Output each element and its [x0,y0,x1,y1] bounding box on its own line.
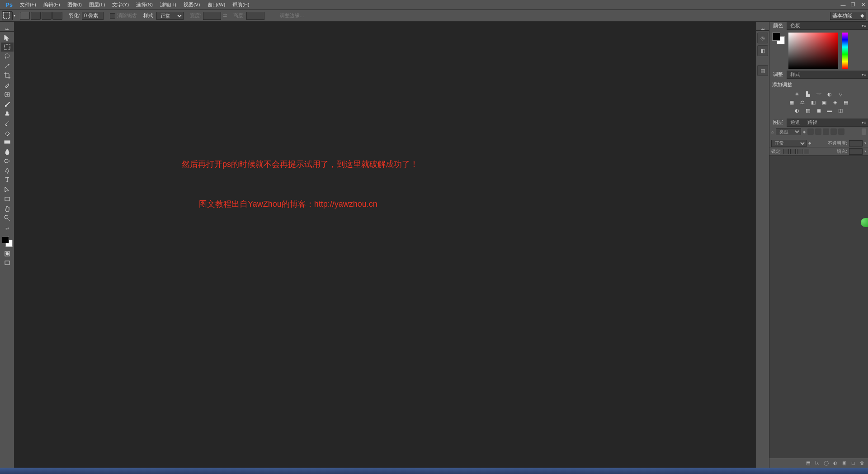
exposure-icon[interactable]: ◐ [826,91,834,97]
dock-expand-icon[interactable]: ◂◂ [756,27,769,31]
magic-wand-tool[interactable] [1,62,14,71]
hand-tool[interactable] [1,204,14,213]
adjustment-layer-icon[interactable]: ◐ [832,460,838,466]
brightness-icon[interactable]: ☀ [793,91,801,97]
swatches-tab[interactable]: 色板 [787,22,804,30]
channels-tab[interactable]: 通道 [787,118,804,127]
filter-shape-icon[interactable] [830,128,837,135]
panel-menu-icon[interactable]: ▾≡ [860,120,868,125]
threshold-icon[interactable]: ◼ [815,107,823,114]
healing-brush-tool[interactable] [1,90,14,99]
move-tool[interactable] [1,33,14,42]
dodge-tool[interactable] [1,156,14,166]
screen-mode-tool[interactable] [1,259,14,268]
adjustments-tab[interactable]: 调整 [769,71,787,79]
lock-pixels-icon[interactable] [790,149,796,154]
curves-icon[interactable]: 〰 [815,91,823,97]
marquee-tool[interactable] [1,43,14,52]
rectangle-tool[interactable] [1,194,14,204]
maximize-button[interactable]: ❐ [848,1,858,9]
invert-icon[interactable]: ◐ [793,107,801,114]
gradient-map-icon[interactable]: ▬ [826,107,834,114]
selection-intersect-button[interactable] [52,12,62,20]
hue-slider[interactable] [842,33,848,69]
foreground-color[interactable] [2,236,9,243]
lock-position-icon[interactable] [797,149,802,154]
filter-adjust-icon[interactable] [815,128,821,135]
menu-edit[interactable]: 编辑(E) [40,1,64,8]
gradient-tool[interactable] [1,137,14,147]
swap-colors-icon[interactable]: ⇄ [1,224,14,233]
color-lookup-icon[interactable]: ▤ [842,99,850,105]
menu-layer[interactable]: 图层(L) [85,1,108,8]
new-layer-icon[interactable]: ◻ [850,460,856,466]
style-select[interactable]: 正常 [156,12,184,20]
mini-color-swatches[interactable] [772,33,785,44]
eraser-tool[interactable] [1,128,14,137]
layer-style-icon[interactable]: fx [814,460,820,466]
panel-menu-icon[interactable]: ▾≡ [860,72,868,77]
antialias-checkbox[interactable] [110,13,115,19]
color-swatches[interactable] [2,236,13,247]
selection-add-button[interactable] [31,12,41,20]
panel-menu-icon[interactable]: ▾≡ [860,24,868,28]
menu-file[interactable]: 文件(F) [16,1,40,8]
selective-color-icon[interactable]: ◫ [836,107,844,114]
workspace-selector[interactable]: 基本功能 ◆ [830,12,866,20]
type-tool[interactable]: T [1,175,14,185]
menu-window[interactable]: 窗口(W) [204,1,229,8]
filter-pixel-icon[interactable] [807,128,814,135]
menu-view[interactable]: 视图(V) [180,1,204,8]
crop-tool[interactable] [1,71,14,80]
delete-layer-icon[interactable]: 🗑 [859,460,865,466]
blend-mode-select[interactable]: 正常 [771,140,807,147]
blur-tool[interactable] [1,147,14,156]
history-brush-tool[interactable] [1,118,14,128]
bw-icon[interactable]: ◧ [809,99,817,105]
layer-filter-kind[interactable]: 类型 [776,128,801,135]
path-selection-tool[interactable] [1,185,14,194]
clone-stamp-tool[interactable] [1,109,14,118]
group-icon[interactable]: ▣ [841,460,847,466]
feather-input[interactable] [82,12,104,20]
history-panel-icon[interactable]: ◷ [757,33,768,43]
layer-mask-icon[interactable]: ◯ [823,460,829,466]
minimize-button[interactable]: — [838,1,848,9]
lasso-tool[interactable] [1,52,14,61]
opacity-input[interactable] [849,140,863,147]
menu-filter[interactable]: 滤镜(T) [156,1,180,8]
color-balance-icon[interactable]: ⚖ [798,99,807,105]
vibrance-icon[interactable]: ▽ [836,91,844,97]
levels-icon[interactable]: ▙ [804,91,812,97]
eyedropper-tool[interactable] [1,81,14,90]
channel-mixer-icon[interactable]: ◈ [831,99,839,105]
filter-type-icon[interactable] [823,128,829,135]
menu-type[interactable]: 文字(Y) [108,1,132,8]
current-tool-preset[interactable] [2,11,13,20]
filter-smart-icon[interactable] [838,128,844,135]
styles-tab[interactable]: 样式 [787,71,804,79]
link-layers-icon[interactable]: ⬒ [805,460,811,466]
color-tab[interactable]: 颜色 [769,22,787,30]
color-field[interactable] [788,33,838,69]
toolbox-expand-icon[interactable]: ▸▸ [0,27,14,32]
lock-transparency-icon[interactable] [783,149,789,154]
layers-tab[interactable]: 图层 [769,118,787,127]
posterize-icon[interactable]: ▨ [804,107,812,114]
pen-tool[interactable] [1,166,14,175]
zoom-tool[interactable] [1,213,14,223]
side-badge[interactable] [861,218,868,227]
fill-input[interactable] [849,148,863,155]
tool-preset-dropdown-icon[interactable]: ▾ [14,14,15,18]
menu-select[interactable]: 选择(S) [132,1,156,8]
lock-all-icon[interactable] [804,149,809,154]
refine-edge-button[interactable]: 调整边缘... [280,12,304,19]
selection-subtract-button[interactable] [42,12,52,20]
selection-new-button[interactable] [20,12,30,20]
close-button[interactable]: ✕ [858,1,868,9]
properties-panel-icon[interactable]: ◧ [757,45,768,56]
hue-icon[interactable]: ▦ [788,99,796,105]
brush-tool[interactable] [1,100,14,109]
photo-filter-icon[interactable]: ▣ [820,99,828,105]
paths-tab[interactable]: 路径 [804,118,821,127]
